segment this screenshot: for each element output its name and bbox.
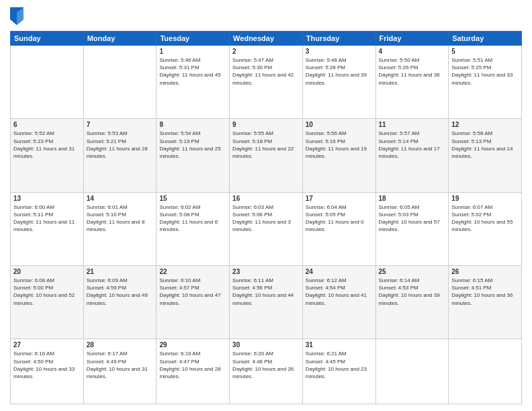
weekday-header: Sunday bbox=[11, 32, 84, 46]
day-number: 1 bbox=[159, 48, 226, 55]
calendar-cell: 30Sunrise: 6:20 AM Sunset: 4:46 PM Dayli… bbox=[230, 339, 303, 404]
day-number: 22 bbox=[159, 268, 226, 275]
cell-content: Sunrise: 6:07 AM Sunset: 5:02 PM Dayligh… bbox=[451, 203, 519, 234]
calendar-cell: 14Sunrise: 6:01 AM Sunset: 5:10 PM Dayli… bbox=[83, 192, 157, 265]
day-number: 31 bbox=[306, 341, 373, 349]
calendar-cell: 13Sunrise: 6:00 AM Sunset: 5:11 PM Dayli… bbox=[11, 192, 84, 265]
cell-content: Sunrise: 5:48 AM Sunset: 5:28 PM Dayligh… bbox=[306, 56, 373, 87]
cell-content: Sunrise: 6:10 AM Sunset: 4:57 PM Dayligh… bbox=[159, 277, 226, 307]
day-number: 9 bbox=[232, 121, 300, 128]
cell-content: Sunrise: 6:03 AM Sunset: 5:06 PM Dayligh… bbox=[232, 203, 300, 234]
calendar-row: 27Sunrise: 6:16 AM Sunset: 4:50 PM Dayli… bbox=[11, 339, 522, 404]
day-number: 2 bbox=[232, 48, 300, 55]
calendar-cell: 1Sunrise: 5:46 AM Sunset: 5:31 PM Daylig… bbox=[157, 46, 230, 119]
day-number: 19 bbox=[451, 195, 519, 202]
calendar-cell bbox=[375, 339, 449, 404]
cell-content: Sunrise: 5:51 AM Sunset: 5:25 PM Dayligh… bbox=[451, 56, 519, 87]
calendar-cell: 27Sunrise: 6:16 AM Sunset: 4:50 PM Dayli… bbox=[11, 339, 84, 404]
day-number: 5 bbox=[451, 48, 519, 55]
calendar-cell bbox=[11, 46, 84, 119]
calendar-cell: 11Sunrise: 5:57 AM Sunset: 5:14 PM Dayli… bbox=[375, 119, 449, 192]
calendar-cell: 8Sunrise: 5:54 AM Sunset: 5:19 PM Daylig… bbox=[157, 119, 230, 192]
day-number: 12 bbox=[451, 121, 519, 128]
calendar-cell bbox=[449, 339, 522, 404]
day-number: 26 bbox=[451, 268, 519, 275]
weekday-header: Tuesday bbox=[157, 32, 230, 46]
cell-content: Sunrise: 6:20 AM Sunset: 4:46 PM Dayligh… bbox=[232, 350, 300, 380]
calendar-cell: 21Sunrise: 6:09 AM Sunset: 4:59 PM Dayli… bbox=[83, 266, 157, 339]
calendar-cell: 26Sunrise: 6:15 AM Sunset: 4:51 PM Dayli… bbox=[449, 266, 522, 339]
calendar-cell: 5Sunrise: 5:51 AM Sunset: 5:25 PM Daylig… bbox=[449, 46, 522, 119]
cell-content: Sunrise: 6:17 AM Sunset: 4:49 PM Dayligh… bbox=[87, 350, 154, 380]
day-number: 15 bbox=[159, 195, 226, 202]
cell-content: Sunrise: 6:16 AM Sunset: 4:50 PM Dayligh… bbox=[13, 350, 81, 380]
calendar-cell: 24Sunrise: 6:12 AM Sunset: 4:54 PM Dayli… bbox=[302, 266, 375, 339]
cell-content: Sunrise: 5:58 AM Sunset: 5:13 PM Dayligh… bbox=[451, 130, 519, 160]
calendar-cell: 23Sunrise: 6:11 AM Sunset: 4:56 PM Dayli… bbox=[230, 266, 303, 339]
logo bbox=[10, 7, 26, 26]
calendar-cell: 10Sunrise: 5:56 AM Sunset: 5:16 PM Dayli… bbox=[302, 119, 375, 192]
calendar-header: SundayMondayTuesdayWednesdayThursdayFrid… bbox=[11, 32, 522, 46]
calendar-cell: 4Sunrise: 5:50 AM Sunset: 5:26 PM Daylig… bbox=[375, 46, 449, 119]
calendar-cell: 20Sunrise: 6:08 AM Sunset: 5:00 PM Dayli… bbox=[11, 266, 84, 339]
day-number: 10 bbox=[306, 121, 373, 128]
calendar-cell: 25Sunrise: 6:14 AM Sunset: 4:53 PM Dayli… bbox=[375, 266, 449, 339]
day-number: 13 bbox=[13, 195, 81, 202]
calendar-cell: 3Sunrise: 5:48 AM Sunset: 5:28 PM Daylig… bbox=[302, 46, 375, 119]
weekday-header: Wednesday bbox=[230, 32, 303, 46]
calendar-table: SundayMondayTuesdayWednesdayThursdayFrid… bbox=[10, 31, 522, 404]
cell-content: Sunrise: 6:09 AM Sunset: 4:59 PM Dayligh… bbox=[87, 277, 154, 307]
calendar-cell: 12Sunrise: 5:58 AM Sunset: 5:13 PM Dayli… bbox=[449, 119, 522, 192]
cell-content: Sunrise: 6:08 AM Sunset: 5:00 PM Dayligh… bbox=[13, 277, 81, 307]
calendar-cell: 2Sunrise: 5:47 AM Sunset: 5:30 PM Daylig… bbox=[230, 46, 303, 119]
cell-content: Sunrise: 6:12 AM Sunset: 4:54 PM Dayligh… bbox=[306, 277, 373, 307]
day-number: 30 bbox=[232, 341, 300, 349]
cell-content: Sunrise: 5:50 AM Sunset: 5:26 PM Dayligh… bbox=[379, 56, 446, 87]
day-number: 16 bbox=[232, 195, 300, 202]
calendar-cell: 29Sunrise: 6:19 AM Sunset: 4:47 PM Dayli… bbox=[157, 339, 230, 404]
weekday-header: Thursday bbox=[302, 32, 375, 46]
calendar-cell: 18Sunrise: 6:05 AM Sunset: 5:03 PM Dayli… bbox=[375, 192, 449, 265]
day-number: 3 bbox=[306, 48, 373, 55]
day-number: 23 bbox=[232, 268, 300, 275]
calendar-cell: 7Sunrise: 5:53 AM Sunset: 5:21 PM Daylig… bbox=[83, 119, 157, 192]
cell-content: Sunrise: 6:21 AM Sunset: 4:45 PM Dayligh… bbox=[306, 350, 373, 380]
weekday-header: Monday bbox=[83, 32, 157, 46]
cell-content: Sunrise: 6:05 AM Sunset: 5:03 PM Dayligh… bbox=[379, 203, 446, 234]
cell-content: Sunrise: 6:15 AM Sunset: 4:51 PM Dayligh… bbox=[451, 277, 519, 307]
cell-content: Sunrise: 6:19 AM Sunset: 4:47 PM Dayligh… bbox=[159, 350, 226, 380]
weekday-header: Friday bbox=[375, 32, 449, 46]
cell-content: Sunrise: 6:14 AM Sunset: 4:53 PM Dayligh… bbox=[379, 277, 446, 307]
day-number: 7 bbox=[87, 121, 154, 128]
calendar-cell: 17Sunrise: 6:04 AM Sunset: 5:05 PM Dayli… bbox=[302, 192, 375, 265]
day-number: 20 bbox=[13, 268, 81, 275]
calendar-cell: 28Sunrise: 6:17 AM Sunset: 4:49 PM Dayli… bbox=[83, 339, 157, 404]
cell-content: Sunrise: 5:47 AM Sunset: 5:30 PM Dayligh… bbox=[232, 56, 300, 87]
cell-content: Sunrise: 5:52 AM Sunset: 5:23 PM Dayligh… bbox=[13, 130, 81, 160]
day-number: 28 bbox=[87, 341, 154, 349]
header bbox=[10, 7, 522, 26]
day-number: 14 bbox=[87, 195, 154, 202]
cell-content: Sunrise: 6:02 AM Sunset: 5:08 PM Dayligh… bbox=[159, 203, 226, 234]
cell-content: Sunrise: 5:55 AM Sunset: 5:18 PM Dayligh… bbox=[232, 130, 300, 160]
day-number: 18 bbox=[379, 195, 446, 202]
day-number: 17 bbox=[306, 195, 373, 202]
calendar-row: 13Sunrise: 6:00 AM Sunset: 5:11 PM Dayli… bbox=[11, 192, 522, 265]
calendar-page: SundayMondayTuesdayWednesdayThursdayFrid… bbox=[0, 0, 532, 411]
logo-icon bbox=[10, 7, 24, 26]
weekday-header: Saturday bbox=[449, 32, 522, 46]
day-number: 11 bbox=[379, 121, 446, 128]
calendar-cell: 31Sunrise: 6:21 AM Sunset: 4:45 PM Dayli… bbox=[302, 339, 375, 404]
cell-content: Sunrise: 6:00 AM Sunset: 5:11 PM Dayligh… bbox=[13, 203, 81, 234]
calendar-cell: 15Sunrise: 6:02 AM Sunset: 5:08 PM Dayli… bbox=[157, 192, 230, 265]
cell-content: Sunrise: 5:56 AM Sunset: 5:16 PM Dayligh… bbox=[306, 130, 373, 160]
calendar-cell bbox=[83, 46, 157, 119]
day-number: 6 bbox=[13, 121, 81, 128]
day-number: 27 bbox=[13, 341, 81, 349]
day-number: 21 bbox=[87, 268, 154, 275]
calendar-cell: 19Sunrise: 6:07 AM Sunset: 5:02 PM Dayli… bbox=[449, 192, 522, 265]
calendar-row: 20Sunrise: 6:08 AM Sunset: 5:00 PM Dayli… bbox=[11, 266, 522, 339]
cell-content: Sunrise: 5:46 AM Sunset: 5:31 PM Dayligh… bbox=[159, 56, 226, 87]
calendar-cell: 22Sunrise: 6:10 AM Sunset: 4:57 PM Dayli… bbox=[157, 266, 230, 339]
calendar-cell: 9Sunrise: 5:55 AM Sunset: 5:18 PM Daylig… bbox=[230, 119, 303, 192]
